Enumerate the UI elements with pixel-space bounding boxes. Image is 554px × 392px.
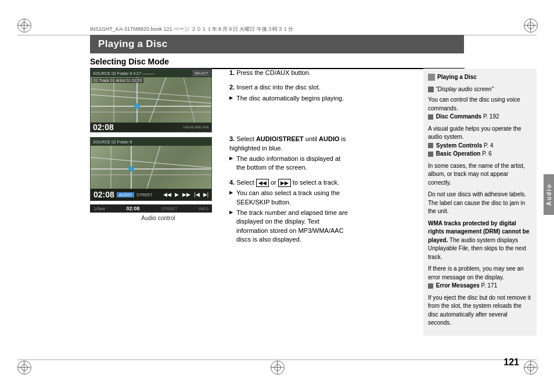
basic-operation-icon	[428, 152, 433, 157]
visual-guide-text: A visual guide helps you operate the aud…	[428, 125, 532, 159]
screen1-highlight: SELECT	[193, 70, 210, 76]
reg-mark-br	[524, 361, 537, 373]
header-bar: Playing a Disc	[90, 35, 464, 53]
audio-screen-note: "Display audio screen"	[428, 85, 532, 94]
note-icon	[428, 87, 434, 92]
right-panel: Playing a Disc "Display audio screen" Yo…	[423, 69, 537, 336]
instruction-1-text: Press the CD/AUX button.	[236, 69, 311, 76]
btn-next: ▶▶	[278, 179, 291, 187]
error-messages-link: Error Messages P. 171	[428, 282, 497, 289]
map-roads-svg-1	[91, 77, 211, 123]
reg-mark-tr	[524, 19, 537, 31]
instruction-3-bullet-1: The audio information is displayed at th…	[229, 154, 348, 172]
bottom-divider	[17, 359, 537, 360]
svg-line-7	[91, 89, 211, 98]
adhesive-labels-note: Do not use discs with adhesive labels. T…	[428, 190, 532, 216]
caption: Audio control	[90, 215, 226, 221]
instruction-4-bullet-2: The track number and elapsed time are di…	[229, 208, 348, 244]
disc-commands-icon	[428, 114, 433, 120]
controls-bottom-bar: 1/0mi 02:08 STREET INFO	[90, 204, 212, 213]
screen2-audio-bar: 02:08 AUDIO STREET ◀◀ ▶ ▶▶ |◀ ▶|	[91, 189, 211, 200]
file-metadata: INS1GHT_KA-31TM8820.book 121 ページ ２０１１年８月…	[90, 26, 293, 33]
instruction-4-bullet-1: You can also select a track using the SE…	[229, 189, 348, 207]
basic-operation-link: Basic Operation P. 6	[428, 150, 492, 157]
instruction-2-text: Insert a disc into the disc slot.	[236, 84, 320, 91]
instruction-2-bullet-1: The disc automatically begins playing.	[229, 94, 348, 103]
instructions-column: 1. Press the CD/AUX button. 2. Insert a …	[229, 69, 348, 250]
eject-note: If you eject the disc but do not remove …	[428, 294, 532, 328]
audio-screen-label: "Display audio screen"	[436, 85, 494, 94]
side-tab: Audio	[544, 174, 554, 215]
svg-point-8	[134, 103, 140, 109]
screen-map-2: SOURCE 02 Folder 8 02:08 AUDIO STREET ◀◀…	[91, 138, 211, 200]
reg-mark-bm	[271, 361, 283, 373]
page-number: 121	[503, 357, 519, 368]
screen-image-2: SOURCE 02 Folder 8 02:08 AUDIO STREET ◀◀…	[90, 137, 212, 201]
screen2-top-bar: SOURCE 02 Folder 8	[91, 138, 211, 146]
instruction-4: 4. Select ◀◀ or ▶▶ to select a track. Yo…	[229, 178, 348, 244]
reg-mark-bl	[17, 361, 30, 373]
right-panel-header: Playing a Disc	[428, 73, 532, 82]
audio-highlight: AUDIO	[117, 192, 134, 197]
drm-note: WMA tracks protected by digital rights m…	[428, 220, 532, 262]
instruction-3: 3. Select AUDIO/STREET until AUDIO is hi…	[229, 135, 348, 172]
svg-line-12	[146, 146, 160, 189]
section-heading: Selecting Disc Mode	[90, 57, 465, 69]
instruction-1: 1. Press the CD/AUX button.	[229, 69, 348, 77]
right-panel-icon	[428, 74, 435, 81]
svg-point-15	[128, 166, 134, 172]
screen-image-1: SOURCE 02 Folder 8 4:17 ——— 01 Track 01 …	[90, 69, 212, 132]
error-messages-icon	[428, 283, 433, 289]
artist-name-note: In some cases, the name of the artist, a…	[428, 162, 532, 188]
system-controls-icon	[428, 143, 433, 148]
screen1-bottom-bar: 02:08 HIGHLAND AVE	[91, 123, 211, 132]
system-controls-link: System Controls P. 4	[428, 142, 494, 149]
svg-line-13	[91, 157, 211, 168]
page-title: Playing a Disc	[98, 38, 167, 50]
side-tab-label: Audio	[546, 184, 552, 206]
btn-prev: ◀◀	[256, 179, 269, 187]
screen1-track: 01 Track 01 Artist 01 02:33	[92, 78, 143, 83]
svg-line-6	[184, 77, 195, 123]
screen-map-1: SOURCE 02 Folder 8 4:17 ——— 01 Track 01 …	[91, 69, 211, 132]
map-roads-svg-2	[91, 146, 211, 189]
instruction-2: 2. Insert a disc into the disc slot. The…	[229, 83, 348, 103]
disc-commands-link: Disc Commands P. 192	[428, 113, 499, 120]
error-message-note: If there is a problem, you may see an er…	[428, 265, 532, 290]
reg-mark-tl	[17, 19, 30, 31]
voice-commands-text: You can control the disc using voice com…	[428, 96, 532, 121]
left-column: SOURCE 02 Folder 8 4:17 ——— 01 Track 01 …	[90, 69, 226, 221]
